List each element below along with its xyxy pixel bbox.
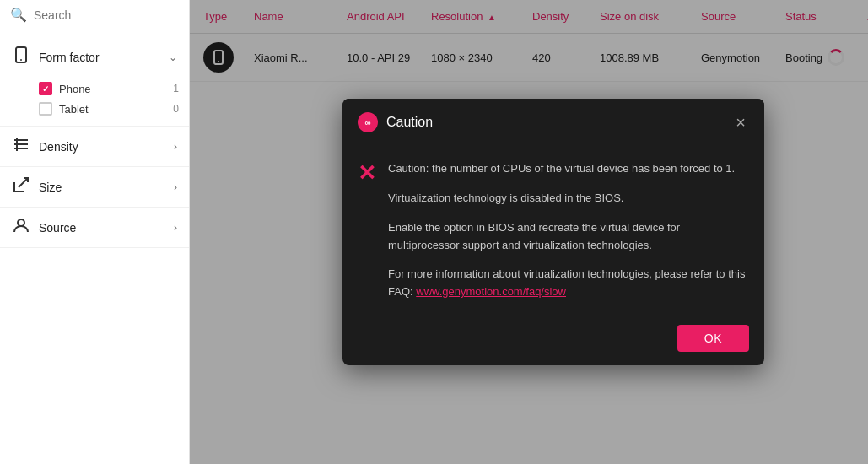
form-factor-icon bbox=[12, 46, 30, 68]
modal-error-icon: ✕ bbox=[358, 162, 376, 301]
sidebar-filters: Form factor ⌄ Phone 1 Tablet 0 bbox=[0, 30, 189, 255]
tablet-label: Tablet bbox=[59, 103, 166, 116]
tablet-checkbox[interactable] bbox=[39, 102, 52, 116]
size-chevron: › bbox=[174, 181, 177, 193]
search-bar: 🔍 bbox=[0, 0, 189, 30]
modal-para-2: Virtualization technology is disabled in… bbox=[388, 190, 749, 208]
density-icon bbox=[12, 135, 30, 158]
phone-checkbox[interactable] bbox=[39, 82, 52, 95]
modal-para-1: Caution: the number of CPUs of the virtu… bbox=[388, 160, 749, 178]
density-chevron: › bbox=[174, 141, 177, 153]
size-icon bbox=[12, 175, 30, 198]
filter-item-tablet[interactable]: Tablet 0 bbox=[39, 99, 189, 119]
modal-title: Caution bbox=[386, 115, 724, 130]
source-label: Source bbox=[39, 221, 165, 235]
density-label: Density bbox=[39, 140, 165, 154]
size-label: Size bbox=[39, 181, 165, 194]
sidebar: 🔍 Form factor ⌄ Phone 1 bbox=[0, 0, 190, 464]
modal-footer: OK bbox=[342, 315, 764, 365]
caution-modal: ∞ Caution × ✕ Caution: the number of CPU… bbox=[342, 99, 764, 365]
filter-section-size: Size › bbox=[0, 167, 189, 208]
form-factor-sub-items: Phone 1 Tablet 0 bbox=[0, 77, 189, 126]
modal-close-button[interactable]: × bbox=[732, 112, 749, 132]
modal-body: ✕ Caution: the number of CPUs of the vir… bbox=[342, 143, 764, 315]
svg-point-1 bbox=[20, 59, 22, 61]
modal-title-bar: ∞ Caution × bbox=[342, 99, 764, 143]
filter-section-density: Density › bbox=[0, 127, 189, 167]
svg-point-6 bbox=[18, 219, 24, 226]
modal-para-4: For more information about virtualizatio… bbox=[388, 266, 749, 301]
modal-faq-link[interactable]: www.genymotion.com/faq/slow bbox=[416, 285, 566, 298]
filter-header-source[interactable]: Source › bbox=[0, 208, 189, 247]
caution-logo: ∞ bbox=[358, 112, 378, 132]
search-icon: 🔍 bbox=[10, 7, 27, 23]
modal-text-block: Caution: the number of CPUs of the virtu… bbox=[388, 160, 749, 301]
svg-text:∞: ∞ bbox=[364, 118, 370, 127]
source-chevron: › bbox=[174, 222, 177, 234]
filter-item-phone[interactable]: Phone 1 bbox=[39, 78, 189, 99]
search-input[interactable] bbox=[34, 8, 179, 22]
tablet-count: 0 bbox=[173, 103, 179, 115]
modal-overlay: ∞ Caution × ✕ Caution: the number of CPU… bbox=[190, 0, 868, 464]
modal-ok-button[interactable]: OK bbox=[677, 325, 749, 352]
filter-header-size[interactable]: Size › bbox=[0, 167, 189, 207]
phone-label: Phone bbox=[59, 83, 166, 95]
main-content: Type Name Android API Resolution ▲ Densi… bbox=[190, 0, 868, 464]
form-factor-label: Form factor bbox=[39, 51, 160, 64]
phone-count: 1 bbox=[173, 83, 179, 94]
filter-header-density[interactable]: Density › bbox=[0, 127, 189, 166]
modal-para-3: Enable the option in BIOS and recreate t… bbox=[388, 219, 749, 255]
filter-section-form-factor: Form factor ⌄ Phone 1 Tablet 0 bbox=[0, 37, 189, 127]
source-icon bbox=[12, 216, 30, 239]
filter-header-form-factor[interactable]: Form factor ⌄ bbox=[0, 37, 189, 77]
form-factor-chevron: ⌄ bbox=[169, 51, 177, 63]
filter-section-source: Source › bbox=[0, 208, 189, 248]
